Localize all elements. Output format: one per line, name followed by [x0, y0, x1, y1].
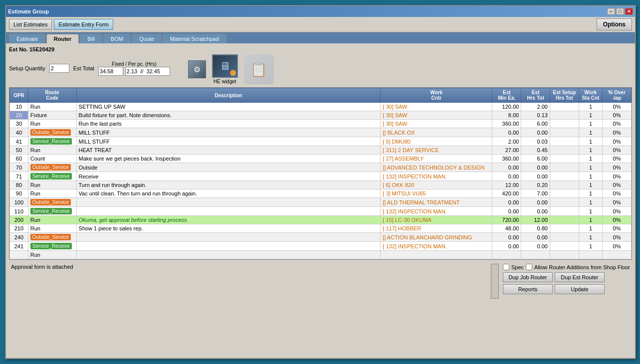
cell-work-cntr: [ 132] INSPECTION MAN.: [381, 207, 492, 216]
table-row[interactable]: 210RunShow 1 piece to sales rep.[ 117] H…: [10, 224, 632, 233]
close-button[interactable]: ✕: [625, 8, 633, 15]
table-row[interactable]: 10RunSETTING UP SAW[ 30] SAW120.002.0010…: [10, 103, 632, 111]
cell-work-sta-cnt: 1: [579, 172, 602, 181]
content-area: Est No. 15E20429 Setup Quantity Est Tota…: [6, 43, 635, 304]
cell-pct-overlap: 0%: [603, 137, 632, 146]
approval-text-area: Approval form is attached: [11, 264, 487, 270]
table-row[interactable]: 240Outside_Service[] ACTION BLANCHARD GR…: [10, 233, 632, 242]
cell-est-min-ea: 12.00: [492, 181, 521, 189]
cell-est-hrs-tot: 6.00: [521, 120, 550, 128]
tab-bom[interactable]: BOM: [103, 34, 131, 43]
estimate-entry-form-button[interactable]: Estimate Entry Form: [54, 19, 113, 30]
dup-job-router-button[interactable]: Dup Job Router: [503, 272, 553, 282]
cell-route-code: Run: [28, 216, 76, 224]
table-row[interactable]: 40Outside_ServiceMILL STUFF[] BLACK OX0.…: [10, 128, 632, 137]
router-table-container: OPR RouteCode Description WorkCntr EstMi…: [9, 87, 632, 260]
small-icon-glyph: ⚙: [194, 65, 201, 74]
cell-pct-overlap: 0%: [603, 216, 632, 224]
cell-work-sta-cnt: [579, 251, 602, 259]
table-row[interactable]: 60CountMake sure we get pieces back. Ins…: [10, 155, 632, 163]
cell-description: [76, 251, 381, 259]
cell-opr: 41: [10, 137, 28, 146]
small-icon[interactable]: ⚙: [188, 60, 206, 78]
header-work-sta-cnt: WorkSta Cnt: [579, 88, 602, 103]
table-row[interactable]: 100Outside_Service[] ALD THERMAL TREATME…: [10, 198, 632, 207]
list-estimates-button[interactable]: List Estimates: [9, 19, 52, 30]
cell-work-cntr: [ 132] INSPECTION MAN.: [381, 242, 492, 251]
table-row[interactable]: 50RunHEAT TREAT[ 311] 2 DAY SERVICE27.00…: [10, 146, 632, 155]
cell-opr: 40: [10, 128, 28, 137]
table-row[interactable]: 41Service_ReceiveMILL STUFF[ 5] DMU802.0…: [10, 137, 632, 146]
tab-material[interactable]: Material Scratchpad: [163, 34, 226, 43]
header-est-hrs-tot: EstHrs Tot: [521, 88, 550, 103]
table-row[interactable]: Run: [10, 251, 632, 259]
table-row[interactable]: 241Service_Receive[ 132] INSPECTION MAN.…: [10, 242, 632, 251]
cell-est-min-ea: 120.00: [492, 103, 521, 111]
cell-description: Turn and run through again.: [76, 181, 381, 189]
cell-est-setup-hrs-tot: [550, 120, 579, 128]
cell-est-hrs-tot: 0.00: [521, 198, 550, 207]
allow-additions-checkbox[interactable]: [526, 264, 532, 270]
allow-additions-label: Allow Router Additions from Shop Floor: [534, 264, 630, 270]
tab-bill[interactable]: Bill: [80, 34, 102, 43]
table-row[interactable]: 30RunRun the last parts[ 30] SAW360.006.…: [10, 120, 632, 128]
cell-est-hrs-tot: 0.00: [521, 163, 550, 172]
cell-est-min-ea: 27.00: [492, 146, 521, 155]
cell-est-setup-hrs-tot: [550, 172, 579, 181]
cell-work-cntr: [ 117] HOBBER: [381, 224, 492, 233]
table-row[interactable]: 71Service_ReceiveReceive[ 132] INSPECTIO…: [10, 172, 632, 181]
maximize-button[interactable]: □: [616, 8, 624, 15]
setup-row: Setup Quantity Est Total Fixed / Per pc.…: [9, 61, 170, 76]
cell-opr: 30: [10, 120, 28, 128]
cell-description: Build fixture for part. Note dimensions.: [76, 111, 381, 120]
dup-est-router-button[interactable]: Dup Est Router: [555, 272, 605, 282]
cell-opr: 70: [10, 163, 28, 172]
header-opr: OPR: [10, 88, 28, 103]
scrollbar[interactable]: [491, 264, 499, 299]
he-widget-icon[interactable]: 🖥 HE widget: [210, 54, 240, 84]
update-button[interactable]: Update: [555, 284, 605, 294]
cell-opr: 80: [10, 181, 28, 189]
est-total-label: Est Total: [73, 65, 94, 71]
table-row[interactable]: 70Outside_ServiceOutside[] ADVANCED TECH…: [10, 163, 632, 172]
cell-route-code: Service_Receive: [28, 172, 76, 181]
cell-route-code: Run: [28, 103, 76, 111]
options-button[interactable]: Options: [597, 18, 632, 30]
cell-work-sta-cnt: 1: [579, 207, 602, 216]
table-row[interactable]: 90RunVac until clean. Then turn and run …: [10, 189, 632, 198]
cell-work-sta-cnt: 1: [579, 146, 602, 155]
title-bar: Estimate Group − □ ✕: [6, 6, 635, 17]
tab-estimate[interactable]: Estimate: [9, 34, 45, 43]
header-description: Description: [76, 88, 381, 103]
cell-est-hrs-tot: 0.13: [521, 111, 550, 120]
table-row[interactable]: 80RunTurn and run through again.[ 6] OKK…: [10, 181, 632, 189]
cell-work-sta-cnt: 1: [579, 233, 602, 242]
cell-est-min-ea: 0.00: [492, 198, 521, 207]
table-row[interactable]: 20FixtureBuild fixture for part. Note di…: [10, 111, 632, 120]
cell-description: [76, 207, 381, 216]
cell-work-cntr: [] ADVANCED TECHNOLOGY & DESIGN: [381, 163, 492, 172]
tab-router[interactable]: Router: [46, 34, 79, 43]
per-pc-value-input[interactable]: [125, 67, 170, 76]
ghost-icon-glyph: 📋: [250, 61, 267, 78]
spec-checkbox[interactable]: [503, 264, 509, 270]
fixed-value-input[interactable]: [98, 67, 123, 76]
cell-description: [76, 233, 381, 242]
cell-est-hrs-tot: 6.00: [521, 155, 550, 163]
table-row[interactable]: 110Service_Receive[ 132] INSPECTION MAN.…: [10, 207, 632, 216]
cell-work-cntr: [ 5] DMU80: [381, 137, 492, 146]
setup-quantity-label: Setup Quantity: [9, 65, 45, 71]
minimize-button[interactable]: −: [607, 8, 615, 15]
table-row[interactable]: 200RunOkuma, get approval before startin…: [10, 216, 632, 224]
cell-work-sta-cnt: 1: [579, 163, 602, 172]
cell-work-cntr: [] BLACK OX: [381, 128, 492, 137]
setup-quantity-input[interactable]: [49, 64, 69, 73]
ghost-icon: 📋: [244, 54, 274, 84]
cell-work-cntr: [ 27] ASSEMBLY: [381, 155, 492, 163]
reports-button[interactable]: Reports: [503, 284, 553, 294]
tab-quote[interactable]: Quote: [132, 34, 162, 43]
cell-pct-overlap: 0%: [603, 103, 632, 111]
cell-opr: 90: [10, 189, 28, 198]
cell-work-cntr: [ 132] INSPECTION MAN.: [381, 172, 492, 181]
cell-description: Make sure we get pieces back. Inspection: [76, 155, 381, 163]
